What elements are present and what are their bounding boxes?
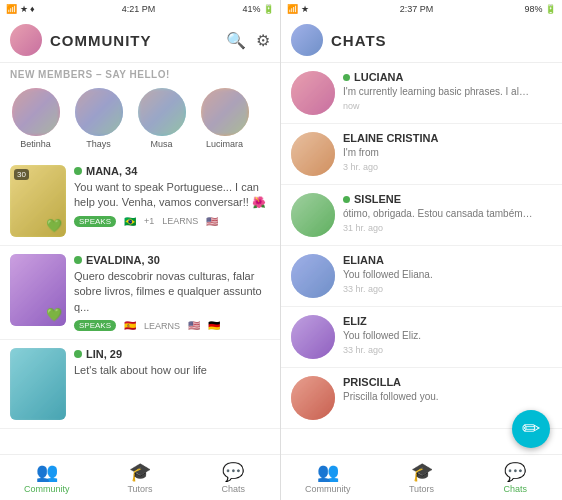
chat-avatar: [291, 315, 335, 359]
member-name: Lucimara: [206, 139, 243, 149]
member-avatar: [12, 88, 60, 136]
bottom-nav-left: 👥 Community 🎓 Tutors 💬 Chats: [0, 454, 280, 500]
post-content: EVALDINA, 30 Quero descobrir novas cultu…: [74, 254, 270, 331]
post-avatar: 30 💚: [10, 165, 66, 237]
post-text: Let's talk about how our life: [74, 363, 270, 378]
chat-item[interactable]: ELIANA You followed Eliana. 33 hr. ago: [281, 246, 562, 307]
search-icon[interactable]: 🔍: [226, 31, 246, 50]
community-nav-icon-right: 👥: [317, 461, 339, 483]
chat-message: I'm from: [343, 146, 533, 160]
nav-label-community-right: Community: [305, 484, 351, 494]
online-indicator: [74, 256, 82, 264]
heart-icon: 💚: [46, 218, 62, 233]
nav-item-chats-right[interactable]: 💬 Chats: [468, 455, 562, 500]
learns-label: LEARNS: [162, 216, 198, 226]
post-username: EVALDINA, 30: [86, 254, 160, 266]
learns-flag: 🇺🇸: [206, 216, 218, 227]
chat-time: 31 hr. ago: [343, 223, 552, 233]
status-right-battery: 98% 🔋: [524, 4, 556, 14]
post-text: You want to speak Portuguese... I can he…: [74, 180, 270, 211]
user-avatar-left: [10, 24, 42, 56]
chat-message: I'm currently learning basic phrases. I …: [343, 85, 533, 99]
nav-label-chats: Chats: [222, 484, 246, 494]
chat-avatar: [291, 376, 335, 420]
online-dot: [343, 196, 350, 203]
member-name: Betinha: [20, 139, 51, 149]
post-badge: 30: [14, 169, 29, 180]
chat-message: You followed Eliana.: [343, 268, 533, 282]
chat-item[interactable]: LUCIANA I'm currently learning basic phr…: [281, 63, 562, 124]
list-item[interactable]: Betinha: [8, 88, 63, 149]
chat-avatar: [291, 132, 335, 176]
list-item[interactable]: Lucimara: [197, 88, 252, 149]
chats-area: LUCIANA I'm currently learning basic phr…: [281, 63, 562, 454]
header-right: CHATS: [281, 18, 562, 63]
list-item[interactable]: Musa: [134, 88, 189, 149]
chat-content: ELAINE CRISTINA I'm from 3 hr. ago: [343, 132, 552, 172]
nav-item-tutors-right[interactable]: 🎓 Tutors: [375, 455, 469, 500]
post-text: Quero descobrir novas culturas, falar so…: [74, 269, 270, 315]
chat-name-row: LUCIANA: [343, 71, 552, 83]
post-item[interactable]: 💚 EVALDINA, 30 Quero descobrir novas cul…: [0, 246, 280, 340]
learns-label: LEARNS: [144, 321, 180, 331]
header-left: COMMUNITY 🔍 ⚙: [0, 18, 280, 63]
post-item[interactable]: LIN, 29 Let's talk about how our life: [0, 340, 280, 429]
right-panel: 📶 ★ 2:37 PM 98% 🔋 CHATS LUCIANA I'm curr…: [281, 0, 562, 500]
nav-item-community[interactable]: 👥 Community: [0, 455, 93, 500]
chat-name-row: SISLENE: [343, 193, 552, 205]
chat-time: 33 hr. ago: [343, 345, 552, 355]
chat-item[interactable]: SISLENE ótimo, obrigada. Estou cansada t…: [281, 185, 562, 246]
chat-item[interactable]: ELAINE CRISTINA I'm from 3 hr. ago: [281, 124, 562, 185]
post-name-row: MANA, 34: [74, 165, 270, 177]
heart-icon: 💚: [46, 307, 62, 322]
status-left-time: 4:21 PM: [122, 4, 156, 14]
chat-content: ELIZ You followed Eliz. 33 hr. ago: [343, 315, 552, 355]
member-name: Thays: [86, 139, 111, 149]
speaks-badge: SPEAKS: [74, 320, 116, 331]
speaks-flag: 🇪🇸: [124, 320, 136, 331]
member-avatar: [201, 88, 249, 136]
chat-time: 3 hr. ago: [343, 162, 552, 172]
learns-flag: 🇺🇸: [188, 320, 200, 331]
member-avatar: [138, 88, 186, 136]
chat-name-row: ELIZ: [343, 315, 552, 327]
nav-label-tutors: Tutors: [127, 484, 152, 494]
chat-username: PRISCILLA: [343, 376, 401, 388]
chat-content: ELIANA You followed Eliana. 33 hr. ago: [343, 254, 552, 294]
speaks-flag: 🇧🇷: [124, 216, 136, 227]
posts-area: 30 💚 MANA, 34 You want to speak Portugue…: [0, 157, 280, 454]
status-bar-left: 📶 ★ ♦ 4:21 PM 41% 🔋: [0, 0, 280, 18]
chat-time: 33 hr. ago: [343, 284, 552, 294]
chat-name-row: PRISCILLA: [343, 376, 552, 388]
chat-content: SISLENE ótimo, obrigada. Estou cansada t…: [343, 193, 552, 233]
chat-username: ELIANA: [343, 254, 384, 266]
nav-item-community-right[interactable]: 👥 Community: [281, 455, 375, 500]
chats-nav-icon-right: 💬: [504, 461, 526, 483]
nav-item-tutors[interactable]: 🎓 Tutors: [93, 455, 186, 500]
post-username: LIN, 29: [86, 348, 122, 360]
post-item[interactable]: 30 💚 MANA, 34 You want to speak Portugue…: [0, 157, 280, 246]
chat-avatar: [291, 71, 335, 115]
chat-message: ótimo, obrigada. Estou cansada também. E…: [343, 207, 533, 221]
member-avatar: [75, 88, 123, 136]
chat-name-row: ELIANA: [343, 254, 552, 266]
chat-avatar: [291, 193, 335, 237]
header-icons-left: 🔍 ⚙: [226, 31, 270, 50]
nav-item-chats[interactable]: 💬 Chats: [187, 455, 280, 500]
compose-fab-button[interactable]: ✏: [512, 410, 550, 448]
new-members-label: NEW MEMBERS – SAY HELLO!: [0, 63, 280, 84]
community-title: COMMUNITY: [50, 32, 218, 49]
chat-item[interactable]: ELIZ You followed Eliz. 33 hr. ago: [281, 307, 562, 368]
post-name-row: LIN, 29: [74, 348, 270, 360]
filter-icon[interactable]: ⚙: [256, 31, 270, 50]
post-avatar: 💚: [10, 254, 66, 326]
post-avatar: [10, 348, 66, 420]
chat-message: You followed Eliz.: [343, 329, 533, 343]
list-item[interactable]: Thays: [71, 88, 126, 149]
new-members-row: Betinha Thays Musa Lucimara: [0, 84, 280, 157]
nav-label-chats-right: Chats: [503, 484, 527, 494]
member-name: Musa: [150, 139, 172, 149]
chat-message: Priscilla followed you.: [343, 390, 533, 404]
post-meta: SPEAKS 🇧🇷 +1 LEARNS 🇺🇸: [74, 216, 270, 227]
online-indicator: [74, 350, 82, 358]
